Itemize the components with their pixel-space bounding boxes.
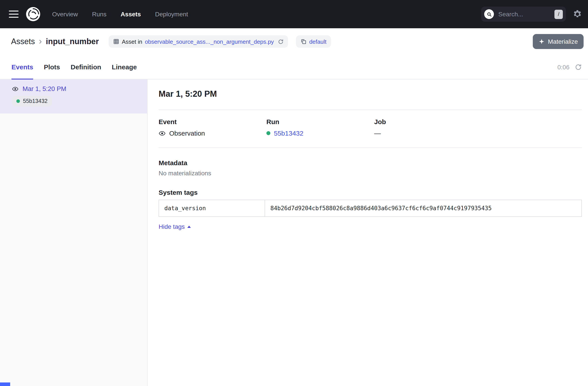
repo-badge[interactable]: default — [296, 35, 331, 48]
divider — [159, 110, 582, 110]
primary-nav: Overview Runs Assets Deployment — [52, 11, 188, 18]
event-column-label: Event — [159, 118, 266, 125]
app: Overview Runs Assets Deployment / Assets — [0, 0, 588, 386]
materialize-button[interactable]: Materialize — [533, 34, 584, 49]
event-date-label: Mar 1, 5:20 PM — [22, 85, 66, 92]
divider — [159, 147, 582, 148]
breadcrumb: Assets › input_number — [11, 37, 99, 46]
search-icon — [484, 9, 494, 19]
tab-definition[interactable]: Definition — [71, 55, 101, 80]
tab-events[interactable]: Events — [11, 55, 33, 80]
breadcrumb-chevron-icon: › — [39, 37, 42, 46]
job-column-label: Job — [374, 118, 482, 125]
system-tags-table: data_version 84b26d7d9204cbf588026c8a988… — [159, 200, 582, 217]
refresh-countdown: 0:06 — [558, 63, 570, 70]
tag-row: data_version 84b26d7d9204cbf588026c8a988… — [159, 200, 582, 217]
hide-tags-link[interactable]: Hide tags — [159, 223, 191, 230]
asset-file-link[interactable]: observable_source_ass..._non_argument_de… — [145, 38, 274, 45]
run-id-label: 55b13432 — [23, 98, 47, 104]
asset-origin-prefix: Asset in — [122, 38, 142, 45]
top-nav: Overview Runs Assets Deployment / — [0, 0, 588, 28]
menu-icon[interactable] — [9, 11, 19, 18]
eye-icon — [159, 130, 166, 137]
refresh-icon[interactable] — [575, 63, 582, 70]
event-type-value: Observation — [169, 129, 205, 137]
tag-value-cell: 84b26d7d9204cbf588026c8a9886d403a6c9637c… — [265, 200, 582, 217]
run-column-label: Run — [266, 118, 374, 125]
tab-plots[interactable]: Plots — [44, 55, 60, 80]
tab-lineage[interactable]: Lineage — [112, 55, 137, 80]
nav-overview[interactable]: Overview — [52, 11, 78, 18]
job-column: Job — — [374, 118, 482, 137]
event-list-sidebar: Mar 1, 5:20 PM 55b13432 — [0, 80, 147, 386]
breadcrumb-assets-link[interactable]: Assets — [11, 37, 35, 46]
run-id-link[interactable]: 55b13432 — [274, 129, 303, 137]
tab-bar: Events Plots Definition Lineage 0:06 — [0, 55, 588, 80]
run-status-dot — [16, 99, 20, 103]
event-detail-panel: Mar 1, 5:20 PM Event Observation — [147, 80, 588, 386]
event-column: Event Observation — [159, 118, 266, 137]
settings-gear-icon[interactable] — [573, 10, 582, 19]
repo-copy-icon — [300, 39, 307, 45]
asset-name-title: input_number — [46, 37, 99, 46]
run-id-chip[interactable]: 55b13432 — [12, 96, 52, 106]
sparkle-icon — [539, 39, 545, 45]
dagster-logo[interactable] — [26, 7, 41, 22]
nav-runs[interactable]: Runs — [92, 11, 106, 18]
event-detail-title: Mar 1, 5:20 PM — [159, 89, 582, 99]
search-box[interactable]: / — [481, 7, 566, 22]
asset-origin-pill: Asset in observable_source_ass..._non_ar… — [108, 35, 288, 48]
repo-badge-label[interactable]: default — [309, 38, 326, 45]
system-tags-heading: System tags — [159, 189, 582, 196]
caret-up-icon — [187, 225, 191, 228]
metadata-empty-text: No materializations — [159, 170, 582, 177]
nav-deployment[interactable]: Deployment — [155, 11, 188, 18]
event-list-item[interactable]: Mar 1, 5:20 PM 55b13432 — [0, 80, 147, 114]
content-area: Mar 1, 5:20 PM 55b13432 Mar 1, 5:20 PM E… — [0, 80, 588, 386]
reload-definitions-icon[interactable] — [278, 39, 284, 44]
tag-key-cell: data_version — [159, 200, 265, 217]
asset-grid-icon — [113, 39, 119, 45]
job-value: — — [374, 129, 482, 137]
run-column: Run 55b13432 — [266, 118, 374, 137]
run-status-dot — [266, 131, 270, 135]
hide-tags-label: Hide tags — [159, 223, 185, 230]
materialize-label: Materialize — [548, 38, 578, 45]
search-shortcut-badge: / — [554, 9, 563, 19]
bottom-left-indicator — [0, 383, 10, 386]
eye-icon — [12, 85, 19, 92]
search-input[interactable] — [497, 10, 551, 18]
page-header: Assets › input_number Asset in observabl… — [0, 28, 588, 80]
metadata-heading: Metadata — [159, 159, 582, 166]
nav-assets[interactable]: Assets — [121, 11, 141, 18]
